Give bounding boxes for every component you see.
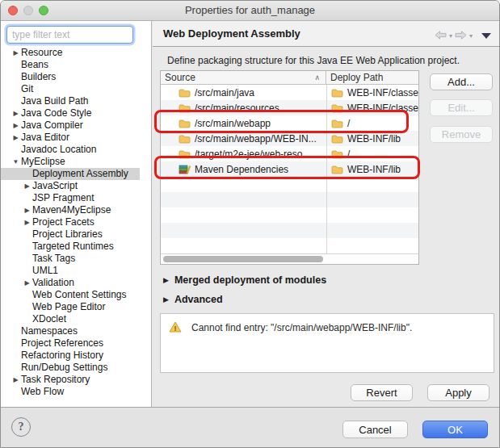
sidebar-item-validation[interactable]: ▶Validation bbox=[1, 277, 151, 289]
minimize-button[interactable] bbox=[23, 6, 33, 15]
edit-button[interactable]: Edit... bbox=[430, 99, 493, 116]
source-cell[interactable]: /src/main/webapp bbox=[161, 115, 326, 131]
tree-collapsed-icon[interactable]: ▶ bbox=[11, 47, 21, 59]
sidebar-item-xdoclet[interactable]: XDoclet bbox=[1, 313, 151, 325]
help-button[interactable]: ? bbox=[11, 417, 31, 437]
sidebar-item-project-facets[interactable]: ▶Project Facets bbox=[1, 216, 151, 228]
tree-collapsed-icon[interactable]: ▶ bbox=[22, 180, 32, 192]
table-row[interactable]: /src/main/javaWEB-INF/classes bbox=[161, 85, 418, 100]
forward-arrow-icon[interactable] bbox=[455, 28, 467, 43]
source-path: Maven Dependencies bbox=[195, 164, 288, 175]
tree-collapsed-icon[interactable]: ▶ bbox=[22, 216, 32, 228]
sidebar-item-beans[interactable]: Beans bbox=[1, 59, 151, 71]
sidebar-item-targeted-runtimes[interactable]: Targeted Runtimes bbox=[1, 241, 151, 253]
section-merged-deployment[interactable]: ▶ Merged deployment of modules bbox=[163, 274, 326, 286]
zoom-button[interactable] bbox=[39, 6, 48, 15]
tree-collapsed-icon[interactable]: ▶ bbox=[22, 204, 32, 216]
source-cell[interactable]: /target/m2e-jee/web-reso... bbox=[161, 146, 326, 161]
deploy-path-cell[interactable]: WEB-INF/lib bbox=[326, 161, 418, 177]
sidebar-item-deployment-assembly[interactable]: Deployment Assembly bbox=[1, 168, 140, 180]
sidebar-item-refactoring-history[interactable]: Refactoring History bbox=[1, 350, 151, 362]
sidebar-item-javadoc-location[interactable]: Javadoc Location bbox=[1, 144, 151, 156]
tree-collapsed-icon[interactable]: ▶ bbox=[11, 374, 21, 386]
sidebar-item-javascript[interactable]: ▶JavaScript bbox=[1, 180, 151, 192]
expander-collapsed-icon[interactable]: ▶ bbox=[163, 295, 169, 304]
section-advanced[interactable]: ▶ Advanced bbox=[163, 294, 223, 305]
view-menu-icon[interactable] bbox=[481, 33, 491, 39]
tree-collapsed-icon[interactable]: ▶ bbox=[11, 119, 21, 132]
cancel-button[interactable]: Cancel bbox=[342, 421, 408, 438]
empty-source-cell bbox=[161, 207, 326, 223]
table-row[interactable]: /src/main/resourcesWEB-INF/classes bbox=[161, 100, 418, 115]
remove-button[interactable]: Remove bbox=[430, 126, 493, 143]
sidebar-item-web-page-editor[interactable]: Web Page Editor bbox=[1, 301, 151, 313]
tree-expanded-icon[interactable]: ▼ bbox=[11, 156, 21, 168]
sidebar-item-java-editor[interactable]: ▶Java Editor bbox=[1, 132, 151, 144]
horizontal-scrollbar[interactable] bbox=[161, 253, 418, 264]
sidebar-item-label: Namespaces bbox=[21, 325, 78, 337]
source-cell[interactable]: /src/main/webapp/WEB-IN... bbox=[161, 131, 326, 146]
source-cell[interactable]: /src/main/java bbox=[161, 85, 326, 100]
sidebar-item-git[interactable]: Git bbox=[1, 83, 151, 95]
sidebar-item-task-repository[interactable]: ▶Task Repository bbox=[1, 374, 151, 386]
source-cell[interactable]: Maven Dependencies bbox=[161, 161, 326, 177]
sidebar-item-java-code-style[interactable]: ▶Java Code Style bbox=[1, 107, 151, 119]
deploy-path-cell[interactable]: WEB-INF/lib bbox=[326, 131, 418, 146]
sidebar-item-maven4myeclipse[interactable]: ▶Maven4MyEclipse bbox=[1, 204, 151, 216]
deploy-path: WEB-INF/classes bbox=[347, 87, 418, 98]
sidebar-item-uml1[interactable]: UML1 bbox=[1, 265, 151, 277]
column-header-source[interactable]: Source ∧ bbox=[161, 71, 326, 84]
sidebar-item-java-build-path[interactable]: Java Build Path bbox=[1, 95, 151, 107]
sidebar-item-task-tags[interactable]: Task Tags bbox=[1, 253, 151, 265]
sidebar-item-label: Javadoc Location bbox=[21, 144, 96, 156]
source-cell[interactable]: /src/main/resources bbox=[161, 100, 326, 115]
deploy-path-cell[interactable]: / bbox=[326, 146, 418, 161]
filter-input[interactable] bbox=[6, 26, 133, 44]
preferences-tree: ▶ResourceBeansBuildersGitJava Build Path… bbox=[1, 47, 151, 398]
empty-table-row bbox=[161, 223, 418, 238]
table-row[interactable]: /src/main/webapp/ bbox=[161, 115, 418, 131]
header-toolbar: ▾ ▾ bbox=[435, 28, 491, 43]
deploy-path-cell[interactable]: WEB-INF/classes bbox=[326, 85, 418, 100]
scrollbar-thumb[interactable] bbox=[163, 256, 323, 262]
ok-button[interactable]: OK bbox=[422, 421, 488, 438]
sidebar-item-label: Refactoring History bbox=[21, 350, 103, 362]
column-header-deploy-path[interactable]: Deploy Path bbox=[326, 71, 418, 84]
apply-button[interactable]: Apply bbox=[427, 384, 489, 401]
empty-deploy-cell bbox=[326, 223, 418, 238]
deploy-path-cell[interactable]: / bbox=[326, 115, 418, 131]
forward-dropdown-icon[interactable]: ▾ bbox=[469, 32, 473, 40]
sidebar-item-namespaces[interactable]: Namespaces bbox=[1, 325, 151, 337]
tree-collapsed-icon[interactable]: ▶ bbox=[11, 107, 21, 119]
sidebar-item-run-debug-settings[interactable]: Run/Debug Settings bbox=[1, 362, 151, 374]
expander-collapsed-icon[interactable]: ▶ bbox=[163, 276, 169, 284]
sidebar-item-label: Java Code Style bbox=[21, 107, 91, 119]
sidebar-item-java-compiler[interactable]: ▶Java Compiler bbox=[1, 119, 151, 132]
table-row[interactable]: /src/main/webapp/WEB-IN...WEB-INF/lib bbox=[161, 131, 418, 146]
folder-icon bbox=[331, 119, 343, 128]
table-row[interactable]: /target/m2e-jee/web-reso.../ bbox=[161, 146, 418, 161]
sidebar-item-resource[interactable]: ▶Resource bbox=[1, 47, 151, 59]
sidebar-item-jsp-fragment[interactable]: JSP Fragment bbox=[1, 192, 151, 204]
deploy-path-cell[interactable]: WEB-INF/classes bbox=[326, 100, 418, 115]
sidebar-item-myeclipse[interactable]: ▼MyEclipse bbox=[1, 156, 151, 168]
add-button[interactable]: Add... bbox=[430, 73, 493, 90]
revert-button[interactable]: Revert bbox=[351, 384, 413, 401]
sidebar-item-web-flow[interactable]: Web Flow bbox=[1, 386, 151, 398]
tree-collapsed-icon[interactable]: ▶ bbox=[11, 132, 21, 144]
title-bar[interactable]: Properties for auth_manage bbox=[1, 1, 499, 21]
sidebar-item-label: Builders bbox=[21, 71, 56, 83]
back-dropdown-icon[interactable]: ▾ bbox=[449, 32, 452, 40]
sidebar-item-web-content-settings[interactable]: Web Content Settings bbox=[1, 289, 151, 301]
table-row[interactable]: Maven DependenciesWEB-INF/lib bbox=[161, 161, 418, 177]
table-body: /src/main/javaWEB-INF/classes/src/main/r… bbox=[161, 85, 418, 253]
back-arrow-icon[interactable] bbox=[435, 28, 447, 43]
sidebar-item-label: MyEclipse bbox=[21, 156, 65, 168]
sidebar: ▶ResourceBeansBuildersGitJava Build Path… bbox=[1, 21, 152, 407]
sidebar-item-project-libraries[interactable]: Project Libraries bbox=[1, 228, 151, 241]
sidebar-item-builders[interactable]: Builders bbox=[1, 71, 151, 83]
close-button[interactable] bbox=[8, 6, 18, 15]
sidebar-item-project-references[interactable]: Project References bbox=[1, 337, 151, 350]
tree-collapsed-icon[interactable]: ▶ bbox=[22, 277, 32, 289]
folder-icon bbox=[331, 88, 343, 98]
